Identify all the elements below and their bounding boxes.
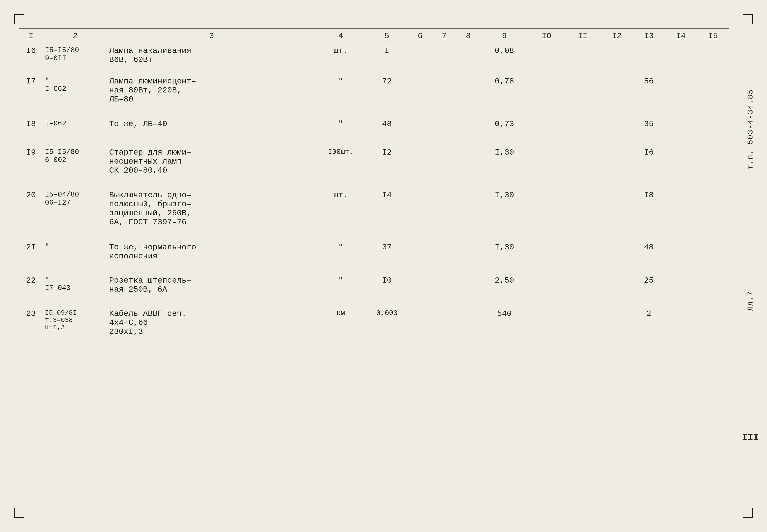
row-col5: I2 [366,145,408,188]
row-col13: 56 [633,74,665,117]
table-row: 20 I5–04/80 06–I27 Выключатель одно– пол… [19,188,729,240]
header-col-4: 4 [316,29,366,43]
row-unit: шт. [316,188,366,240]
row-desc: Кабель АВВГ сеч. 4х4–С,66 230хI,3 [107,306,316,349]
row-col9: I,30 [480,145,528,188]
header-col-8: 8 [456,29,480,43]
row-col13: 2 [633,306,665,349]
row-col5: I [366,43,408,74]
corner-bracket-br [743,508,753,518]
corner-bracket-tr [743,14,753,24]
row-desc: То же, ЛБ–40 [107,117,316,145]
row-col12 [601,306,633,349]
row-num: I9 [19,145,43,188]
row-col6 [408,145,432,188]
row-col11 [565,74,601,117]
row-unit: " [316,117,366,145]
header-col-9: 9 [480,29,528,43]
row-unit: " [316,74,366,117]
row-num: 2I [19,240,43,273]
row-col7 [432,145,456,188]
header-row: I 2 3 4 5 6 7 8 9 IO II I2 I3 I4 I5 [19,29,729,43]
row-col9: 0,08 [480,43,528,74]
row-col11 [565,306,601,349]
row-col10 [528,117,565,145]
row-code: " I7–043 [43,273,107,306]
page: т.п. 503-4-34.85 Лл.7 III I 2 3 4 5 6 7 … [0,0,767,532]
row-col9: I,30 [480,188,528,240]
header-col-6: 6 [408,29,432,43]
row-col14 [665,74,697,117]
main-table: I 2 3 4 5 6 7 8 9 IO II I2 I3 I4 I5 [19,28,729,349]
row-desc: Розетка штепсель– ная 250В, 6А [107,273,316,306]
sheet-label: Лл.7 [746,291,755,311]
row-col6 [408,117,432,145]
right-sidebar: т.п. 503-4-34.85 Лл.7 III [741,28,760,504]
row-desc: Выключатель одно– полюсный, брызго– защи… [107,188,316,240]
header-col-7: 7 [432,29,456,43]
row-col11 [565,117,601,145]
header-col-13: I3 [633,29,665,43]
section-label: III [742,432,759,443]
row-col10 [528,240,565,273]
table-row: 2I " То же, нормального исполнения " 37 … [19,240,729,273]
row-col10 [528,188,565,240]
row-col15 [697,145,729,188]
row-code: I5–I5/80 6–002 [43,145,107,188]
row-col7 [432,43,456,74]
row-num: I8 [19,117,43,145]
header-col-1: I [19,29,43,43]
row-col10 [528,306,565,349]
table-row: 23 I5–09/8I т.3–038 К=I,3 Кабель АВВГ се… [19,306,729,349]
row-desc: То же, нормального исполнения [107,240,316,273]
table-header: I 2 3 4 5 6 7 8 9 IO II I2 I3 I4 I5 [19,29,729,43]
row-col14 [665,145,697,188]
row-col12 [601,273,633,306]
row-col10 [528,74,565,117]
row-desc: Стартер для люми– несцентных ламп СК 200… [107,145,316,188]
table-row: 22 " I7–043 Розетка штепсель– ная 250В, … [19,273,729,306]
row-col9: 540 [480,306,528,349]
main-content: I 2 3 4 5 6 7 8 9 IO II I2 I3 I4 I5 [19,24,729,508]
row-col7 [432,240,456,273]
row-col13: 25 [633,273,665,306]
row-col13: 48 [633,240,665,273]
header-col-3: 3 [107,29,316,43]
row-col9: 0,78 [480,74,528,117]
row-unit: км [316,306,366,349]
table-row: I8 I–062 То же, ЛБ–40 " 48 0,73 35 [19,117,729,145]
row-col6 [408,188,432,240]
row-col13: 35 [633,117,665,145]
row-col14 [665,117,697,145]
header-col-10: IO [528,29,565,43]
row-num: I6 [19,43,43,74]
row-col5: I0 [366,273,408,306]
row-col14 [665,43,697,74]
table-row: I7 " I–С62 Лампа люминисцент– ная 80Вт, … [19,74,729,117]
row-col5: 0,003 [366,306,408,349]
row-code: " I–С62 [43,74,107,117]
row-col15 [697,74,729,117]
row-col15 [697,306,729,349]
row-col15 [697,273,729,306]
row-unit: I00шт. [316,145,366,188]
row-col6 [408,273,432,306]
row-unit: шт. [316,43,366,74]
row-col15 [697,117,729,145]
row-col12 [601,43,633,74]
header-col-15: I5 [697,29,729,43]
row-col12 [601,240,633,273]
row-col8 [456,273,480,306]
row-col7 [432,74,456,117]
row-col6 [408,240,432,273]
row-col10 [528,273,565,306]
row-col12 [601,74,633,117]
row-code: I–062 [43,117,107,145]
row-col8 [456,145,480,188]
row-col8 [456,74,480,117]
row-col7 [432,273,456,306]
row-col8 [456,117,480,145]
table-row: I6 I5–I5/80 9–0II Лампа накаливания В6В,… [19,43,729,74]
row-col14 [665,188,697,240]
row-col12 [601,145,633,188]
